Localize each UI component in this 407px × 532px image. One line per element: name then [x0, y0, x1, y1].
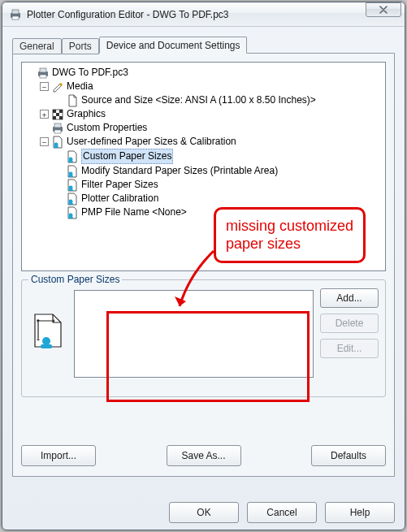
svg-rect-22	[68, 189, 73, 191]
svg-point-15	[54, 142, 58, 146]
window-title: Plotter Configuration Editor - DWG To PD…	[27, 9, 366, 20]
tab-device-document[interactable]: Device and Document Settings	[99, 37, 248, 54]
printer-icon	[37, 67, 50, 80]
custom-paper-group: Custom Paper Sizes	[21, 279, 386, 397]
dialog-window: Plotter Configuration Editor - DWG To PD…	[2, 2, 405, 530]
close-button[interactable]	[366, 2, 401, 17]
tree-modify-std-label: Modify Standard Paper Sizes (Printable A…	[81, 164, 278, 178]
page-user-icon	[66, 206, 79, 219]
tree-pmp-label: PMP File Name <None>	[81, 205, 187, 219]
tree-root[interactable]: DWG To PDF.pc3 Media	[25, 66, 383, 219]
tree-custom-props[interactable]: Custom Properties	[40, 121, 383, 135]
svg-rect-13	[54, 123, 61, 128]
tree-filter[interactable]: Filter Paper Sizes	[54, 178, 383, 192]
svg-rect-7	[53, 110, 56, 113]
tree-view[interactable]: DWG To PDF.pc3 Media	[21, 62, 386, 271]
page-user-icon	[66, 192, 79, 205]
add-button[interactable]: Add...	[320, 288, 379, 308]
tree-filter-label: Filter Paper Sizes	[81, 178, 158, 192]
tree-media-label: Media	[67, 80, 93, 93]
collapse-icon[interactable]	[40, 82, 49, 91]
page-user-icon	[66, 179, 79, 192]
svg-rect-5	[40, 75, 46, 78]
page-user-icon	[66, 150, 79, 163]
tree-user-defined[interactable]: User-defined Paper Sizes & Calibration C…	[40, 135, 383, 219]
svg-rect-9	[56, 113, 59, 116]
svg-rect-10	[53, 116, 56, 119]
pencil-icon	[51, 80, 64, 93]
svg-rect-28	[41, 344, 52, 348]
svg-rect-1	[12, 10, 19, 14]
cancel-button[interactable]: Cancel	[247, 502, 317, 523]
tree-graphics-label: Graphics	[67, 107, 106, 121]
tree-media[interactable]: Media Source and Size <Size: ANSI A (11.…	[40, 80, 383, 107]
svg-rect-26	[68, 217, 73, 218]
edit-button[interactable]: Edit...	[320, 339, 379, 358]
tree-user-defined-label: User-defined Paper Sizes & Calibration	[67, 135, 236, 149]
expand-icon[interactable]	[40, 110, 49, 119]
svg-point-17	[69, 157, 73, 161]
svg-point-23	[69, 199, 73, 203]
tab-ports[interactable]: Ports	[62, 38, 99, 54]
svg-point-25	[69, 213, 73, 217]
svg-point-21	[69, 185, 73, 189]
svg-rect-18	[68, 161, 73, 162]
tree-plotter-cal-label: Plotter Calibration	[81, 192, 158, 205]
svg-rect-8	[59, 110, 63, 113]
page-icon	[66, 94, 79, 107]
tree-source-size[interactable]: Source and Size <Size: ANSI A (11.00 x 8…	[54, 93, 383, 107]
tree-custom-paper-label: Custom Paper Sizes	[81, 149, 173, 164]
tree-source-size-label: Source and Size <Size: ANSI A (11.00 x 8…	[81, 93, 316, 107]
tree-custom-paper[interactable]: Custom Paper Sizes	[54, 149, 383, 164]
page-user-icon	[51, 136, 64, 149]
svg-rect-2	[12, 16, 19, 19]
dialog-button-row: OK Cancel Help	[169, 502, 395, 523]
tab-general[interactable]: General	[12, 38, 62, 54]
tree-modify-std[interactable]: Modify Standard Paper Sizes (Printable A…	[54, 164, 383, 178]
group-title: Custom Paper Sizes	[28, 274, 122, 285]
save-as-button[interactable]: Save As...	[167, 445, 241, 466]
tab-panel: DWG To PDF.pc3 Media	[12, 53, 395, 477]
tree-plotter-cal[interactable]: Plotter Calibration	[54, 192, 383, 205]
help-button[interactable]: Help	[325, 502, 395, 523]
printer-icon	[9, 8, 22, 21]
page-user-icon	[66, 165, 79, 178]
paper-size-list[interactable]	[74, 290, 314, 378]
svg-point-27	[42, 337, 50, 345]
svg-rect-24	[68, 203, 73, 205]
svg-rect-20	[68, 175, 73, 177]
tree-pmp[interactable]: PMP File Name <None>	[54, 205, 383, 219]
defaults-button[interactable]: Defaults	[311, 445, 386, 466]
svg-rect-14	[54, 130, 61, 133]
close-icon	[379, 6, 388, 14]
tree-root-label: DWG To PDF.pc3	[52, 66, 128, 80]
svg-rect-16	[54, 146, 58, 148]
titlebar[interactable]: Plotter Configuration Editor - DWG To PD…	[2, 2, 405, 27]
paper-size-icon	[28, 311, 67, 353]
checker-icon	[51, 108, 64, 121]
tree-custom-props-label: Custom Properties	[67, 121, 147, 135]
tabstrip: General Ports Device and Document Settin…	[12, 35, 395, 53]
delete-button[interactable]: Delete	[320, 314, 379, 333]
svg-point-19	[69, 171, 73, 175]
svg-rect-4	[40, 68, 46, 72]
panel-button-row: Import... Save As... Defaults	[21, 445, 386, 466]
collapse-icon[interactable]	[40, 137, 49, 146]
printer-icon	[51, 122, 64, 135]
ok-button[interactable]: OK	[169, 502, 239, 523]
import-button[interactable]: Import...	[21, 445, 96, 466]
svg-rect-11	[59, 116, 63, 119]
client-area: General Ports Device and Document Settin…	[2, 27, 405, 499]
tree-graphics[interactable]: Graphics	[40, 107, 383, 121]
